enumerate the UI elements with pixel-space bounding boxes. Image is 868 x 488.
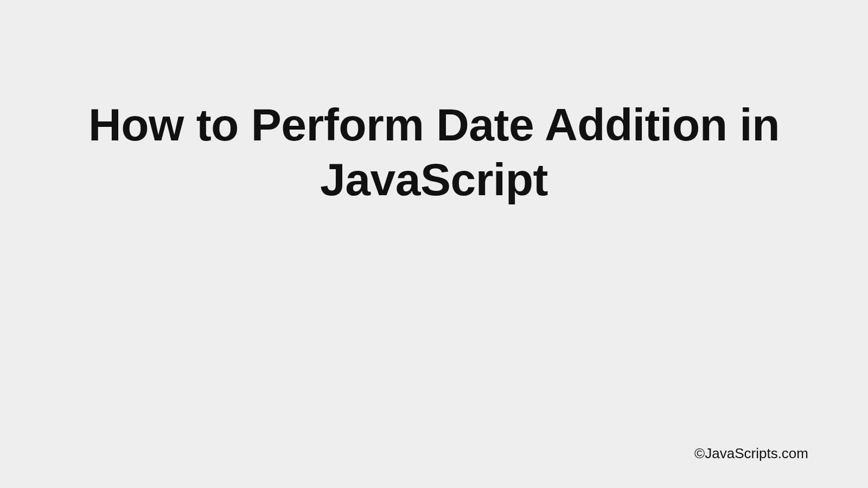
attribution-text: ©JavaScripts.com bbox=[694, 445, 808, 462]
page-title: How to Perform Date Addition in JavaScri… bbox=[43, 98, 825, 207]
